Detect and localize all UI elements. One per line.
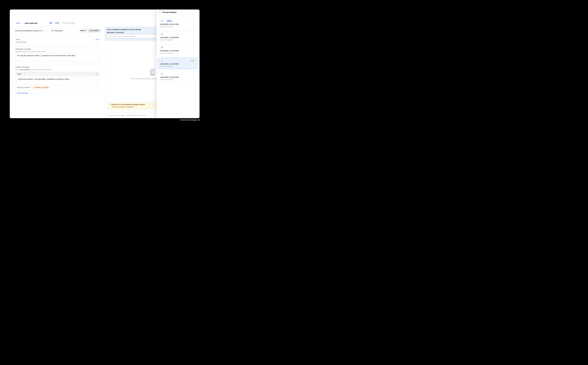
plus-icon: + [95,39,95,41]
drag-handle-icon[interactable] [96,73,97,75]
version-history-title: Version History [162,11,177,13]
version-saved-label: Saved to Database [160,65,195,67]
version-timestamp: 11/22/2025, 6:08:12 PM [160,23,195,25]
version-list: v5 Latest 11/22/2025, 6:08:12 PM Saved t… [157,15,200,82]
developer-message-textarea[interactable]: You are jack sparrow number 1, respond a… [15,53,99,61]
developer-message-card: Developer message Optional system instru… [14,47,101,63]
model-toolbar: aws/anthropic/bedrock-claude-3-5-s... ⚙ … [10,27,105,35]
version-card-v4[interactable]: v4 11/21/2025, 1:36:28 PM Saved to Datab… [158,31,197,43]
version-history-panel: ✕ Version History v5 Latest 11/22/2025, … [157,9,200,118]
format-mode-toggle: PRETTY DOTPROMPT [78,29,101,33]
version-card-v5[interactable]: v5 Latest 11/22/2025, 6:08:12 PM Saved t… [158,18,197,29]
version-id-badge: v5 [160,20,164,22]
version-timestamp: 11/21/2025, 1:33:56 PM [160,50,195,52]
chevron-down-icon [24,73,25,74]
tools-empty-text: No tools added [15,41,99,43]
version-card-v2-active[interactable]: v2 Active 11/21/2025, 1:33:19 PM Saved t… [158,58,197,69]
prompt-editor-panel: aws/anthropic/bedrock-claude-3-5-s... ⚙ … [10,27,105,118]
message-role-header: User [16,72,99,76]
gear-icon: ⚙ [51,30,53,32]
draft-badge: Draft [54,22,60,24]
tools-card: Tools + Add No tools added [14,37,101,45]
version-badge: v2 [49,22,53,24]
chevron-down-icon [45,30,47,31]
version-id-badge: v3 [160,46,164,49]
version-timestamp: 11/21/2025, 1:33:19 PM [160,63,195,65]
tools-title: Tools [15,39,20,41]
version-card-v3[interactable]: v3 11/21/2025, 1:33:56 PM Saved to Datab… [158,44,197,56]
toggle-option-dotprompt[interactable]: DOTPROMPT [88,29,101,32]
back-label: Back [16,22,20,24]
version-timestamp: 11/21/2025, 1:36:28 PM [160,36,195,39]
warning-title: Please fill in all template variables ab… [111,104,145,105]
prompt-messages-title: Prompt messages [15,66,99,68]
version-card-v1[interactable]: v1 11/21/2025, 9:16:39 AM Saved to Datab… [158,71,197,82]
version-saved-label: Saved to Database [160,26,195,28]
add-message-button[interactable]: + Add message [15,92,28,94]
prompt-message-block: User Enter task specifics. Use [15,72,99,91]
toggle-option-pretty[interactable]: PRETTY [79,29,88,32]
prompt-messages-card: Prompt messages Use {{variable}} syntax … [14,65,101,93]
app-window: ← Back jack-sparrow v2 Draft Unsaved cha… [10,9,200,118]
developer-message-title: Developer message [15,48,99,50]
template-variable-chip[interactable]: ✎ template_variables [32,86,50,89]
back-button[interactable]: ← Back [13,22,20,24]
plus-icon: + [15,92,17,94]
pencil-icon: ✎ [33,87,35,88]
warning-icon: ⚠ [109,104,110,105]
variable-syntax-chip: {{variable}} [19,69,31,71]
page-title: jack-sparrow [25,22,37,24]
model-selector[interactable]: aws/anthropic/bedrock-claude-3-5-s... [14,28,48,33]
prompt-message-textarea[interactable]: Enter task specifics. Use {{template_var… [17,77,98,85]
role-selector[interactable]: User [17,73,25,75]
model-selector-value: aws/anthropic/bedrock-claude-3-5-s... [15,30,44,32]
version-saved-label: Saved to Database [160,39,195,41]
active-badge: Active [189,59,195,62]
prompt-messages-subtitle: Use {{variable}} syntax for template var… [15,69,99,70]
version-timestamp: 11/21/2025, 9:16:39 AM [160,76,195,78]
unsaved-changes-label: Unsaved changes [62,22,75,24]
back-arrow-icon: ← [13,22,15,24]
version-saved-label: Saved to Database [160,79,195,80]
robot-icon [149,69,155,76]
developer-message-subtitle: Optional system instructions for the mod… [15,51,99,53]
version-history-header: ✕ Version History [157,9,200,15]
version-id-badge: v1 [160,72,164,75]
parameters-button[interactable]: ⚙ Parameters [49,28,65,33]
screenshot-watermark: Screenshot by Xnapper.com [180,119,200,121]
add-tool-button[interactable]: + Add [95,39,99,41]
detected-variables-label: Detected variables: [17,86,31,88]
latest-badge: Latest [166,20,172,22]
close-icon[interactable]: ✕ [159,11,160,13]
version-id-badge: v4 [160,33,164,35]
version-saved-label: Saved to Database [160,52,195,54]
version-id-badge: v2 [160,59,164,62]
